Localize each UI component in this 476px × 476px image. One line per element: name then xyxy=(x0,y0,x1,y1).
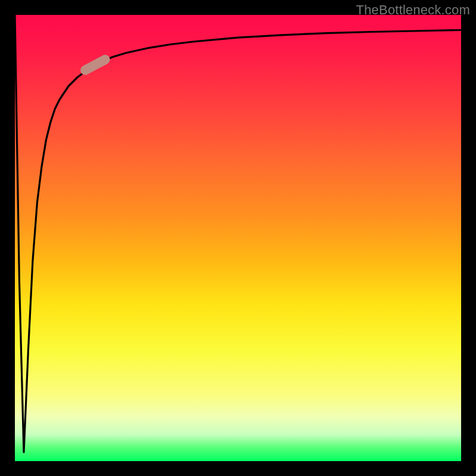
watermark-text: TheBottleneck.com xyxy=(356,2,470,18)
plot-gradient-area xyxy=(15,15,461,461)
chart-frame: TheBottleneck.com xyxy=(0,0,476,476)
